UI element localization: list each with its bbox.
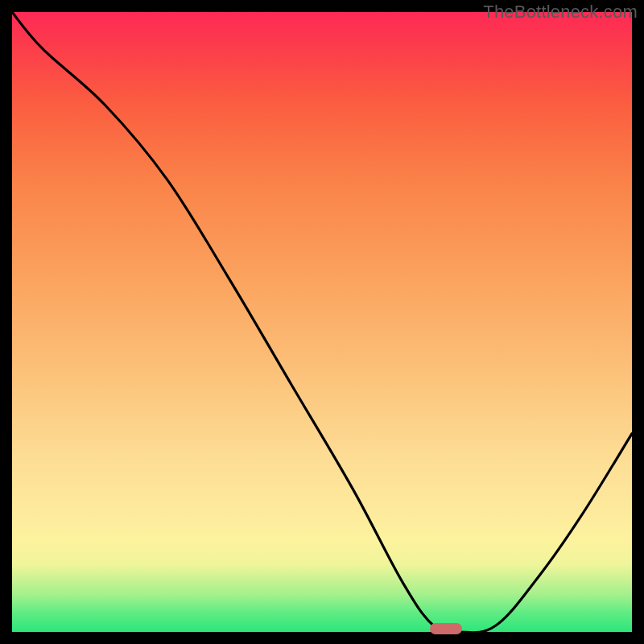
bottleneck-line [12, 12, 632, 632]
chart-plot-area [12, 12, 632, 632]
optimal-marker [430, 623, 462, 634]
watermark-label: TheBottleneck.com [483, 2, 638, 23]
